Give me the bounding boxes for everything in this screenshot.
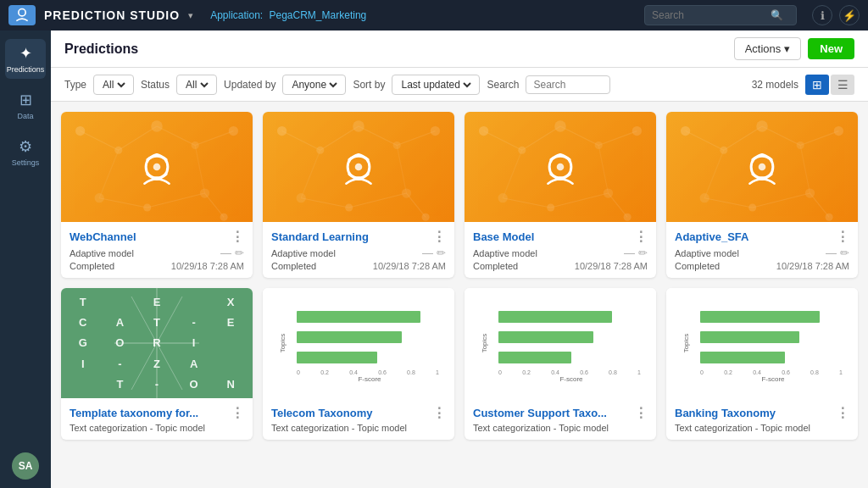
svg-point-19 — [153, 164, 161, 171]
card-type: Adaptive model — ✏ — [473, 247, 648, 259]
new-button[interactable]: New — [808, 38, 854, 59]
sidebar: ✦ Predictions ⊞ Data ⚙ Settings SA — [0, 30, 51, 488]
card-type: Adaptive model — ✏ — [70, 247, 244, 259]
card-title: Customer Support Taxo... ⋮ — [473, 405, 648, 421]
app-logo — [8, 5, 36, 25]
sidebar-item-data[interactable]: ⊞ Data — [5, 86, 46, 125]
card-menu-button[interactable]: ⋮ — [432, 405, 446, 421]
card-type: Text categorization - Topic model — [675, 423, 849, 433]
card-title: Banking Taxonomy ⋮ — [675, 405, 849, 421]
svg-line-74 — [704, 150, 724, 197]
global-search[interactable]: 🔍 — [644, 5, 797, 25]
filter-search-input[interactable] — [526, 75, 610, 94]
actions-button[interactable]: Actions ▾ — [734, 37, 802, 60]
avatar[interactable]: SA — [12, 452, 39, 480]
edit-icon[interactable]: ✏ — [437, 247, 446, 259]
edit-icon[interactable]: ✏ — [840, 247, 849, 259]
adaptive-model-icon — [737, 141, 787, 192]
svg-point-76 — [759, 164, 766, 171]
card-date: 10/29/18 7:28 AM — [171, 261, 244, 271]
card-thumbnail: Topics 00.20.40.60.81 F-score — [465, 288, 656, 398]
app-label: Application: — [210, 9, 263, 21]
card-menu-button[interactable]: ⋮ — [634, 405, 648, 421]
model-count: 32 models — [752, 79, 798, 91]
model-card: WebChannel ⋮ Adaptive model — ✏ Complete… — [61, 112, 253, 278]
svg-line-35 — [406, 193, 426, 217]
card-thumbnail-orange — [465, 112, 656, 222]
type-select[interactable]: All — [93, 75, 134, 95]
status-text: Completed — [473, 261, 518, 271]
card-title-link[interactable]: WebChannel — [70, 230, 136, 243]
card-menu-button[interactable]: ⋮ — [836, 405, 849, 421]
card-title-link[interactable]: Adaptive_SFA — [675, 230, 748, 243]
model-card: Topics 00.20.40.60.81 F-score Telecom Ta… — [263, 288, 454, 440]
card-menu-button[interactable]: ⋮ — [836, 229, 849, 245]
updated-select[interactable]: Anyone — [282, 75, 346, 95]
updated-dropdown[interactable]: Anyone — [288, 78, 340, 92]
power-button[interactable]: ⚡ — [839, 5, 860, 25]
chart-x-axis: 00.20.40.60.81 — [297, 369, 442, 375]
bar-row — [700, 308, 846, 325]
data-icon: ⊞ — [19, 91, 32, 109]
card-body: Banking Taxonomy ⋮ Text categorization -… — [666, 398, 858, 440]
status-select[interactable]: All — [176, 75, 217, 95]
card-title-link[interactable]: Telecom Taxonomy — [271, 407, 372, 419]
svg-line-56 — [598, 146, 608, 193]
card-menu-button[interactable]: ⋮ — [634, 229, 648, 245]
card-title: WebChannel ⋮ — [70, 229, 244, 245]
svg-line-52 — [503, 198, 550, 208]
grid-view-button[interactable]: ⊞ — [805, 75, 829, 95]
card-status: Completed 10/29/18 7:28 AM — [271, 261, 446, 271]
filter-bar: Type All Status All Updated by Anyone So… — [51, 68, 868, 102]
svg-line-14 — [99, 198, 147, 208]
svg-point-5 — [229, 126, 238, 136]
header-actions: Actions ▾ New — [734, 37, 854, 60]
svg-line-17 — [99, 150, 119, 197]
card-status: Completed 10/29/18 7:28 AM — [675, 261, 849, 271]
card-menu-button[interactable]: ⋮ — [231, 229, 244, 245]
svg-point-41 — [554, 120, 566, 132]
title-dropdown[interactable]: ▾ — [188, 10, 193, 21]
card-title-link[interactable]: Standard Learning — [271, 230, 369, 243]
edit-icon[interactable]: ✏ — [235, 247, 244, 259]
sidebar-label-settings: Settings — [12, 158, 40, 167]
app-context: Application: PegaCRM_Marketing — [210, 9, 366, 21]
actions-chevron: ▾ — [784, 42, 790, 55]
model-grid: WebChannel ⋮ Adaptive model — ✏ Complete… — [61, 112, 858, 440]
card-type-icons: — ✏ — [220, 247, 244, 259]
card-type-text: Adaptive model — [473, 248, 537, 258]
svg-point-22 — [353, 120, 364, 132]
sort-select[interactable]: Last updated — [392, 75, 480, 95]
card-date: 10/29/18 7:28 AM — [373, 261, 446, 271]
search-input[interactable] — [652, 9, 771, 21]
sort-dropdown[interactable]: Last updated — [398, 78, 474, 92]
card-thumbnail-barchart: Topics 00.20.40.60.81 F-score — [263, 288, 454, 398]
card-type: Text categorization - Topic model — [473, 423, 648, 433]
card-title-link[interactable]: Base Model — [473, 230, 534, 243]
edit-icon[interactable]: ✏ — [638, 247, 648, 259]
card-body: WebChannel ⋮ Adaptive model — ✏ Complete… — [61, 222, 253, 278]
status-dropdown[interactable]: All — [182, 78, 211, 92]
card-menu-button[interactable]: ⋮ — [231, 405, 244, 421]
chart-x-label: F-score — [498, 375, 644, 383]
type-dropdown[interactable]: All — [99, 78, 128, 92]
card-title-link[interactable]: Banking Taxonomy — [675, 407, 776, 419]
card-body: Customer Support Taxo... ⋮ Text categori… — [465, 398, 656, 440]
card-title-link[interactable]: Customer Support Taxo... — [473, 407, 607, 419]
svg-line-54 — [608, 193, 627, 217]
type-label: Type — [64, 79, 86, 91]
sidebar-item-predictions[interactable]: ✦ Predictions — [5, 39, 46, 79]
card-body: Standard Learning ⋮ Adaptive model — ✏ C… — [263, 222, 454, 278]
card-body: Adaptive_SFA ⋮ Adaptive model — ✏ Comple… — [666, 222, 858, 278]
status-text: Completed — [675, 261, 720, 271]
svg-line-70 — [800, 131, 838, 146]
card-title-link[interactable]: Template taxonomy for... — [70, 407, 198, 419]
svg-line-67 — [686, 131, 724, 151]
list-view-button[interactable]: ☰ — [831, 75, 854, 95]
sidebar-item-settings[interactable]: ⚙ Settings — [5, 132, 46, 172]
updated-label: Updated by — [224, 79, 275, 91]
card-type-text: Text categorization - Topic model — [675, 423, 810, 433]
actions-label: Actions — [745, 42, 782, 55]
card-menu-button[interactable]: ⋮ — [432, 229, 446, 245]
info-button[interactable]: ℹ — [812, 5, 832, 25]
